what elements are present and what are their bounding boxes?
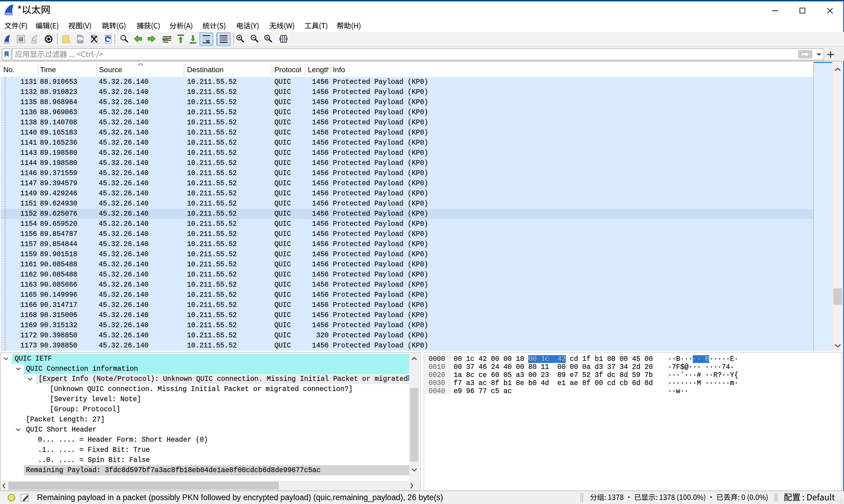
svg-text:010: 010 [78, 40, 82, 43]
